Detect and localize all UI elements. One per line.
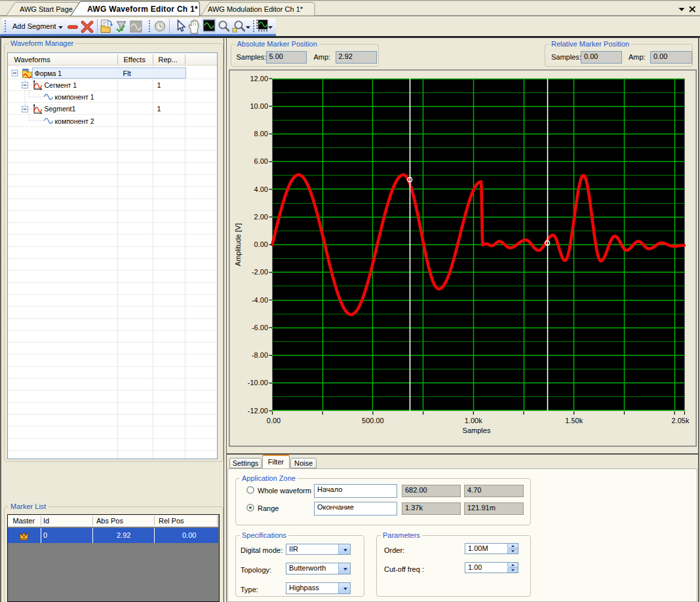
svg-text:12.00: 12.00 [250,75,268,83]
svg-text:8.00: 8.00 [254,130,268,138]
svg-text:2.00: 2.00 [254,213,268,221]
svg-text:4.00: 4.00 [254,185,268,193]
svg-text:2.05k: 2.05k [672,417,690,424]
svg-text:-4.00: -4.00 [252,296,268,304]
svg-text:-12.00: -12.00 [248,407,268,415]
svg-text:10.00: 10.00 [250,102,268,110]
svg-text:AWG Modulation Editor Ch 1*: AWG Modulation Editor Ch 1* [208,5,303,13]
svg-text:AWG Start Page: AWG Start Page [20,5,73,13]
svg-text:1.00k: 1.00k [465,417,482,424]
svg-text:-6.00: -6.00 [252,324,268,331]
svg-text:Amplitude [V]: Amplitude [V] [234,223,242,266]
svg-text:500.00: 500.00 [362,417,384,424]
svg-text:0.00: 0.00 [267,417,281,424]
svg-text:AWG Waveform Editor Ch 1*: AWG Waveform Editor Ch 1* [87,5,198,14]
svg-text:6.00: 6.00 [254,157,268,165]
svg-text:-2.00: -2.00 [252,268,268,276]
svg-text:Samples: Samples [463,426,491,434]
svg-text:-10.00: -10.00 [248,379,268,386]
svg-text:-8.00: -8.00 [252,351,268,359]
svg-text:1.50k: 1.50k [565,417,583,424]
svg-text:0.00: 0.00 [254,240,268,248]
